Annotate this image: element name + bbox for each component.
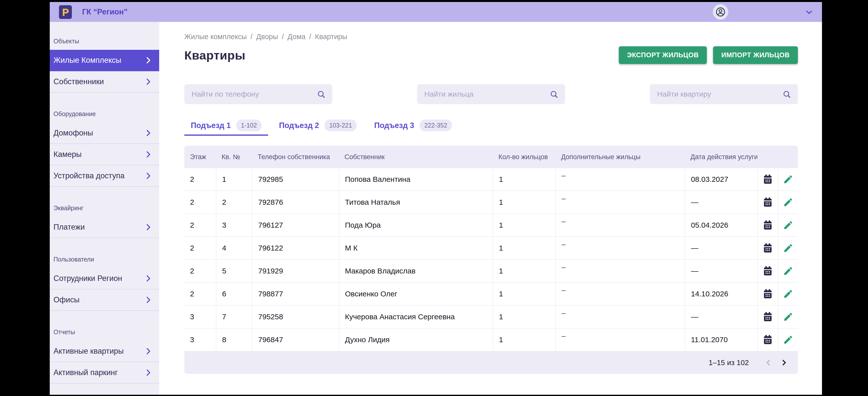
sidebar-item-residential-complexes[interactable]: Жилые Комплексы [50, 50, 159, 71]
sidebar-item-intercoms[interactable]: Домофоны [50, 122, 159, 144]
column-header: Этаж [184, 146, 216, 168]
calendar-button[interactable] [757, 214, 778, 236]
tab-badge: 222-352 [420, 119, 452, 131]
table-row: 37795258Кучерова Анастасия Сергеевна1–— [184, 306, 798, 329]
cell-owner-name: Макаров Владислав [339, 260, 493, 282]
search-resident-field [417, 84, 565, 104]
sidebar-item-cameras[interactable]: Камеры [50, 144, 159, 165]
search-icon[interactable] [317, 90, 326, 100]
edit-button[interactable] [778, 237, 798, 259]
sidebar: ОбъектыЖилые КомплексыСобственникиОборуд… [50, 22, 159, 395]
chevron-right-icon [144, 77, 153, 86]
edit-pencil-icon [783, 174, 794, 185]
sidebar-item-access-devices[interactable]: Устройства доступа [50, 165, 159, 187]
tab-badge: 1-102 [236, 119, 261, 131]
search-phone-input[interactable] [184, 84, 332, 104]
edit-button[interactable] [778, 168, 798, 191]
pagination-bar: 1–15 из 102 [184, 351, 798, 374]
pagination-next-button[interactable] [776, 355, 792, 371]
pagination-prev-button[interactable] [760, 355, 776, 371]
sidebar-item-label: Офисы [54, 295, 80, 304]
sidebar-item-payments[interactable]: Платежи [50, 217, 159, 238]
import-residents-button[interactable]: ИМПОРТ ЖИЛЬЦОВ [713, 46, 798, 64]
sidebar-section-label: Оборудование [50, 109, 159, 119]
sidebar-item-active-parking[interactable]: Активный паркинг [50, 362, 159, 384]
screen: Р ГК “Регион” ОбъектыЖилые КомплексыСобс… [0, 0, 868, 396]
breadcrumb-item: Квартиры [315, 33, 347, 41]
chevron-left-icon [764, 358, 773, 367]
chevron-down-icon [804, 7, 814, 17]
entrance-tabs: Подъезд 11-102Подъезд 2103-221Подъезд 32… [184, 116, 458, 136]
chevron-right-icon [144, 295, 153, 304]
sidebar-section: ПользователиСотрудники РегионОфисы [50, 254, 159, 311]
sidebar-item-active-apartments[interactable]: Активные квартиры [50, 341, 159, 362]
tab-label: Подъезд 3 [374, 121, 414, 130]
pagination-range: 1–15 из 102 [709, 359, 749, 367]
edit-button[interactable] [778, 191, 798, 214]
table-row: 22792876Титова Наталья1–— [184, 191, 798, 214]
tab-entrance-2[interactable]: Подъезд 2103-221 [273, 116, 363, 136]
cell-residents-count: 1 [493, 260, 555, 282]
calendar-icon [762, 334, 774, 345]
sidebar-item-employees-region[interactable]: Сотрудники Регион [50, 268, 159, 289]
cell-extra-residents: – [555, 260, 685, 282]
calendar-button[interactable] [757, 168, 778, 191]
edit-pencil-icon [783, 266, 794, 276]
app-logo[interactable]: Р [59, 5, 72, 19]
edit-button[interactable] [778, 283, 798, 305]
cell-owner-phone: 796122 [252, 237, 339, 259]
cell-floor: 2 [184, 260, 216, 282]
calendar-button[interactable] [757, 237, 778, 259]
calendar-icon [762, 174, 774, 185]
cell-owner-name: Попова Валентина [339, 168, 493, 191]
search-icon[interactable] [549, 90, 559, 100]
sidebar-item-label: Сотрудники Регион [54, 274, 122, 283]
topbar-menu-button[interactable] [804, 7, 814, 18]
cell-apt-number: 4 [216, 237, 252, 259]
breadcrumb-item[interactable]: Дома [287, 33, 305, 41]
calendar-button[interactable] [757, 329, 778, 351]
table-header-row: ЭтажКв. №Телефон собственникаСобственник… [184, 146, 798, 168]
export-residents-button[interactable]: ЭКСПОРТ ЖИЛЬЦОВ [619, 46, 707, 64]
calendar-button[interactable] [757, 191, 778, 214]
sidebar-item-label: Собственники [54, 77, 104, 86]
cell-extra-residents: – [555, 191, 685, 214]
cell-floor: 3 [184, 306, 216, 328]
cell-apt-number: 8 [216, 329, 252, 351]
account-icon [715, 6, 726, 18]
sidebar-item-owners[interactable]: Собственники [50, 71, 159, 93]
cell-floor: 2 [184, 237, 216, 259]
sidebar-item-label: Домофоны [54, 129, 93, 138]
cell-residents-count: 1 [493, 237, 555, 259]
cell-service-date: — [685, 260, 757, 282]
edit-button[interactable] [778, 329, 798, 351]
edit-button[interactable] [778, 214, 798, 236]
search-resident-input[interactable] [417, 84, 565, 104]
sidebar-item-offices[interactable]: Офисы [50, 289, 159, 311]
tab-label: Подъезд 1 [191, 121, 231, 130]
cell-owner-phone: 792985 [252, 168, 339, 191]
calendar-button[interactable] [757, 260, 778, 282]
calendar-button[interactable] [757, 306, 778, 328]
calendar-button[interactable] [757, 283, 778, 305]
edit-button[interactable] [778, 260, 798, 282]
account-button[interactable] [713, 4, 728, 20]
calendar-icon [762, 242, 774, 254]
tab-entrance-1[interactable]: Подъезд 11-102 [184, 116, 268, 136]
breadcrumb-item[interactable]: Дворы [256, 33, 278, 41]
edit-button[interactable] [778, 306, 798, 328]
cell-apt-number: 5 [216, 260, 252, 282]
cell-extra-residents: – [555, 283, 685, 305]
cell-floor: 2 [184, 283, 216, 305]
search-apartment-input[interactable] [650, 84, 798, 104]
column-header-empty [778, 146, 798, 168]
tab-label: Подъезд 2 [279, 121, 319, 130]
breadcrumb-item[interactable]: Жилые комплексы [184, 33, 247, 41]
sidebar-section: ОборудованиеДомофоныКамерыУстройства дос… [50, 109, 159, 187]
apartments-table: ЭтажКв. №Телефон собственникаСобственник… [184, 146, 798, 374]
cell-apt-number: 1 [216, 168, 252, 191]
table-row: 21792985Попова Валентина1–08.03.2027 [184, 168, 798, 191]
cell-owner-phone: 798877 [252, 283, 339, 305]
tab-entrance-3[interactable]: Подъезд 3222-352 [368, 116, 458, 136]
search-icon[interactable] [782, 90, 792, 100]
